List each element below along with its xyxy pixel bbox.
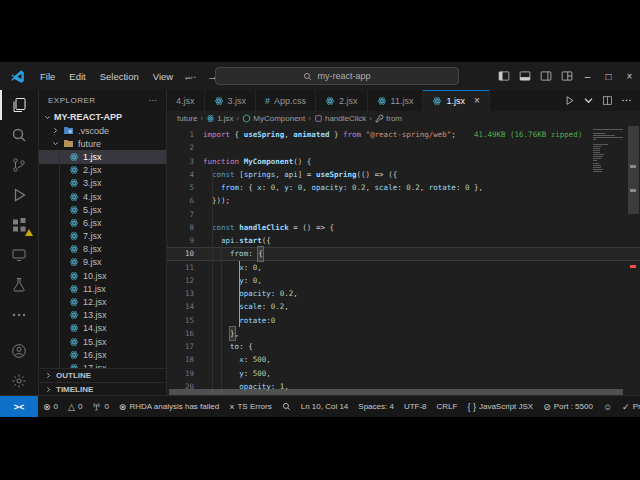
tab-label: 2.jsx	[339, 96, 358, 106]
status-label: TS Errors	[237, 402, 271, 411]
split-editor-button[interactable]	[602, 92, 613, 110]
warning-badge	[25, 229, 33, 236]
status-label: Spaces: 4	[358, 402, 394, 411]
code-token: 0	[271, 314, 276, 327]
warnings-count[interactable]: △0	[63, 396, 87, 417]
ts-errors-status-glyph: ×	[229, 402, 234, 412]
errors-count[interactable]: ⊗0	[38, 396, 63, 417]
customize-layout-icon[interactable]	[556, 62, 577, 90]
run-dropdown[interactable]	[583, 92, 594, 110]
line-number: 2	[167, 141, 203, 154]
menu-item-0[interactable]: File	[33, 68, 62, 85]
code-line-9: 9 api.start({	[167, 234, 640, 247]
language-mode[interactable]: { }JavaScript JSX	[462, 396, 538, 417]
tab-11.jsx[interactable]: 11.jsx	[368, 90, 424, 111]
close-button[interactable]: ×	[619, 62, 640, 90]
react-icon	[377, 96, 387, 106]
code-lines: 1import { useSpring, animated } from "@r…	[167, 128, 640, 396]
indentation-status[interactable]: Spaces: 4	[353, 396, 399, 417]
toggle-secondary-sidebar-icon[interactable]	[535, 62, 556, 90]
minimap-line	[593, 163, 599, 164]
live-server-port[interactable]: ⊘Port : 5500	[538, 396, 598, 417]
command-center-search[interactable]: my-react-app	[215, 67, 459, 85]
minimize-button[interactable]: –	[577, 62, 598, 90]
restore-button[interactable]: □	[598, 62, 619, 90]
feedback-smiley[interactable]: ☺	[598, 396, 617, 417]
breadcrumb-item-1.jsx[interactable]: 1.jsx	[206, 114, 233, 123]
tab-2.jsx[interactable]: 2.jsx	[316, 90, 368, 111]
outline-label: OUTLINE	[56, 371, 91, 380]
activity-more[interactable]	[0, 300, 38, 330]
breadcrumb-item-future[interactable]: future	[177, 114, 197, 123]
code-line-7: 7	[167, 208, 640, 221]
close-icon[interactable]: ×	[474, 95, 480, 106]
tab-1.jsx[interactable]: 1.jsx×	[423, 90, 489, 111]
code-token: ,	[266, 367, 271, 380]
ts-errors-status[interactable]: ×TS Errors	[224, 396, 277, 417]
toggle-primary-sidebar-icon[interactable]	[493, 62, 514, 90]
tab-3.jsx[interactable]: 3.jsx	[205, 90, 257, 111]
activity-source-control[interactable]	[0, 150, 38, 180]
breadcrumb: future›1.jsx›MyComponent›handleClick›fro…	[167, 111, 640, 125]
react-icon	[69, 205, 79, 215]
code-line-17: 17 to: {	[167, 340, 640, 353]
code-token: 41.49KB (16.76KB zipped)	[456, 128, 582, 141]
indent-guide	[221, 235, 222, 396]
play-icon	[564, 95, 575, 106]
activity-testing[interactable]	[0, 270, 38, 300]
tab-App.css[interactable]: #App.css	[256, 90, 316, 111]
file-label: 14.jsx	[83, 323, 107, 333]
folder-label: future	[78, 139, 101, 149]
breadcrumb-item-MyComponent[interactable]: MyComponent	[242, 114, 305, 123]
activity-explorer[interactable]	[0, 90, 38, 120]
activity-run-debug[interactable]	[0, 180, 38, 210]
explorer-more-icon[interactable]: ⋯	[149, 96, 158, 105]
remote-indicator[interactable]: ><	[0, 396, 38, 417]
code-line-2: 2	[167, 141, 640, 154]
activity-extensions[interactable]	[0, 210, 38, 240]
code-token	[203, 168, 212, 181]
tree-folder-.vscode[interactable]: .vscode	[39, 124, 166, 137]
run-button[interactable]	[564, 92, 575, 110]
menu-item-1[interactable]: Edit	[62, 68, 92, 85]
breadcrumb-item-from[interactable]: from	[375, 114, 402, 123]
minimap[interactable]	[593, 129, 625, 173]
prettier-status[interactable]: ✓Prettier	[617, 396, 640, 417]
eol-status[interactable]: CRLF	[432, 396, 463, 417]
menu-item-3[interactable]: View	[146, 68, 180, 85]
activity-settings[interactable]	[0, 366, 38, 396]
vertical-scrollbar[interactable]	[627, 125, 640, 389]
minimap-line	[593, 158, 601, 159]
code-area[interactable]: 1import { useSpring, animated } from "@r…	[167, 125, 640, 396]
timeline-section[interactable]: TIMELINE	[39, 382, 166, 396]
scrollbar-thumb[interactable]	[628, 126, 639, 214]
outline-section[interactable]: OUTLINE	[39, 368, 166, 382]
minimap-line	[593, 165, 601, 166]
breadcrumb-label: handleClick	[325, 114, 366, 123]
menu-item-2[interactable]: Selection	[93, 68, 146, 85]
cursor-position[interactable]: Ln 10, Col 14	[296, 396, 354, 417]
activity-search[interactable]	[0, 120, 38, 150]
breadcrumb-item-handleClick[interactable]: handleClick	[314, 114, 366, 123]
code-token: :	[456, 181, 465, 194]
activity-remote-explorer[interactable]	[0, 240, 38, 270]
tree-folder-future[interactable]: future	[39, 137, 166, 150]
minimap-line	[593, 129, 623, 130]
encoding-status[interactable]: UTF-8	[399, 396, 432, 417]
code-token: 500	[253, 353, 267, 366]
radio-tower-count[interactable]: 0	[87, 396, 113, 417]
code-token: useSpring	[316, 168, 357, 181]
activity-account[interactable]	[0, 336, 38, 366]
line-number: 14	[167, 300, 203, 313]
line-number: 6	[167, 194, 203, 207]
toggle-panel-icon[interactable]	[514, 62, 535, 90]
tab-4.jsx[interactable]: 4.jsx	[167, 90, 205, 111]
search-status[interactable]	[277, 396, 296, 417]
code-token: ,	[420, 181, 429, 194]
rhda-status[interactable]: ⊗RHDA analysis has failed	[114, 396, 224, 417]
code-token: = () => {	[289, 221, 334, 234]
back-arrow-icon[interactable]: ←	[183, 70, 194, 82]
code-line-14: 14 scale: 0.2,	[167, 300, 640, 313]
editor-more-button[interactable]	[621, 92, 632, 110]
project-root-row[interactable]: MY-REACT-APP	[39, 110, 166, 124]
